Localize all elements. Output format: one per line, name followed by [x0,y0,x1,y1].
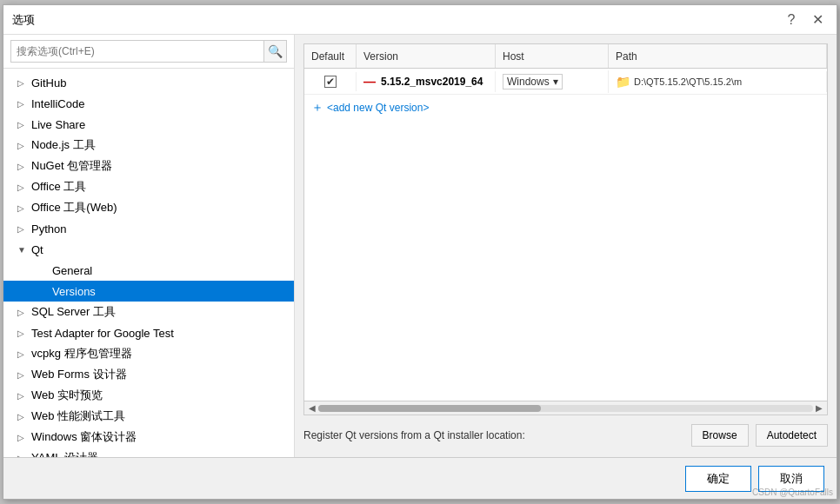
tree-arrow-icon: ▷ [17,412,28,421]
content-area: 🔍 ▷GitHub▷IntelliCode▷Live Share▷Node.js… [3,35,837,457]
tree-item-label: Office 工具 [31,179,86,195]
sidebar-item-nodejs[interactable]: ▷Node.js 工具 [3,135,294,156]
host-value: Windows [507,76,550,88]
options-dialog: 选项 ? ✕ 🔍 ▷GitHub▷IntelliCode▷Live Share▷… [3,4,837,500]
tree-arrow-icon: ▷ [17,328,28,338]
add-icon: ＋ [311,100,323,116]
tree-item-label: Versions [52,285,96,298]
sidebar-item-intellicode[interactable]: ▷IntelliCode [3,93,294,114]
sidebar-item-office[interactable]: ▷Office 工具 [3,176,294,197]
path-cell: 📁 D:\QT5.15.2\QT\5.15.2\m [609,71,827,92]
tree-item-label: Test Adapter for Google Test [31,327,174,340]
tree-item-label: General [52,264,92,277]
tree-item-label: IntelliCode [31,97,84,110]
register-label: Register Qt versions from a Qt installer… [303,429,684,441]
help-button[interactable]: ? [781,10,802,30]
tree-item-label: GitHub [31,76,66,90]
tree-arrow-icon: ▷ [17,349,28,359]
tree-arrow-icon: ▷ [17,370,28,380]
tree-area: ▷GitHub▷IntelliCode▷Live Share▷Node.js 工… [3,69,294,457]
tree-item-label: Web 性能测试工具 [31,408,125,424]
tree-item-label: NuGet 包管理器 [31,158,112,174]
tree-item-label: Web 实时预览 [31,388,103,403]
col-version: Version [357,44,496,68]
sidebar-item-testadapter[interactable]: ▷Test Adapter for Google Test [3,322,294,343]
bottom-bar: 确定 取消 [3,457,837,499]
default-cell[interactable]: ✔ [304,72,357,91]
table-header: Default Version Host Path [304,44,827,69]
search-box: 🔍 [3,35,294,69]
folder-icon: 📁 [616,75,630,89]
ok-button[interactable]: 确定 [685,466,751,492]
dropdown-arrow-icon: ▾ [553,76,558,88]
sidebar-item-vcpkg[interactable]: ▷vcpkg 程序包管理器 [3,343,294,364]
host-dropdown[interactable]: Windows ▾ [503,74,563,90]
sidebar-item-webperformance[interactable]: ▷Web 性能测试工具 [3,406,294,427]
tree-arrow-icon: ▷ [17,224,28,234]
add-version-row[interactable]: ＋ <add new Qt version> [304,95,827,121]
tree-arrow-icon: ▷ [17,99,28,109]
tree-arrow-icon: ▷ [17,182,28,192]
table-row[interactable]: ✔ — 5.15.2_msvc2019_64 Windows ▾ [304,69,827,95]
horizontal-scrollbar[interactable] [318,405,813,412]
sidebar-item-webrealtimepreview[interactable]: ▷Web 实时预览 [3,385,294,406]
tree-arrow-icon: ▷ [17,391,28,401]
sidebar-item-qt-general[interactable]: General [3,260,294,281]
sidebar-item-qt[interactable]: ▼Qt [3,239,294,260]
tree-arrow-icon: ▷ [17,141,28,150]
scroll-left-arrow[interactable]: ◀ [306,403,318,413]
tree-arrow-icon: ▷ [17,203,28,213]
scroll-right-arrow[interactable]: ▶ [813,403,825,413]
sidebar-item-nuget[interactable]: ▷NuGet 包管理器 [3,156,294,176]
autodetect-button[interactable]: Autodetect [756,424,828,447]
tree-arrow-icon: ▼ [17,245,28,255]
path-value: D:\QT5.15.2\QT\5.15.2\m [634,76,742,87]
tree-item-label: Node.js 工具 [31,137,96,153]
scrollbar-thumb [318,405,541,412]
tree-item-label: Web Forms 设计器 [31,367,127,382]
title-bar: 选项 ? ✕ [3,5,837,35]
col-path: Path [609,44,827,68]
left-panel: 🔍 ▷GitHub▷IntelliCode▷Live Share▷Node.js… [3,35,295,457]
tree-item-label: Qt [31,243,43,256]
search-button[interactable]: 🔍 [264,40,287,63]
tree-item-label: vcpkg 程序包管理器 [31,346,132,361]
default-checkbox[interactable]: ✔ [324,76,337,88]
title-controls: ? ✕ [781,10,828,30]
horizontal-scrollbar-area: ◀ ▶ [304,401,827,414]
tree-arrow-icon: ▷ [17,78,28,88]
search-input[interactable] [10,40,264,63]
tree-item-label: Python [31,222,66,235]
sidebar-item-python[interactable]: ▷Python [3,218,294,239]
sidebar-item-liveshare[interactable]: ▷Live Share [3,114,294,135]
browse-button[interactable]: Browse [691,424,749,447]
tree-arrow-icon: ▷ [17,162,28,171]
sidebar-item-webforms[interactable]: ▷Web Forms 设计器 [3,364,294,385]
sidebar-item-windowsdesigner[interactable]: ▷Windows 窗体设计器 [3,427,294,448]
tree-arrow-icon: ▷ [17,120,28,129]
versions-table: Default Version Host Path ✔ — 5.15.2_msv [303,43,828,415]
version-cell: — 5.15.2_msvc2019_64 [357,71,496,92]
close-button[interactable]: ✕ [807,10,828,30]
version-value: 5.15.2_msvc2019_64 [381,76,483,88]
version-dash: — [363,75,376,89]
register-row: Register Qt versions from a Qt installer… [303,422,828,448]
table-body: ✔ — 5.15.2_msvc2019_64 Windows ▾ [304,69,827,401]
add-version-label[interactable]: <add new Qt version> [327,102,429,114]
tree-item-label: SQL Server 工具 [31,304,116,320]
col-host: Host [496,44,609,68]
dialog-title: 选项 [12,12,35,28]
sidebar-item-sqlserver[interactable]: ▷SQL Server 工具 [3,302,294,322]
host-cell[interactable]: Windows ▾ [496,70,609,93]
sidebar-item-qt-versions[interactable]: Versions [3,281,294,302]
tree-arrow-icon: ▷ [17,308,28,317]
sidebar-item-github[interactable]: ▷GitHub [3,72,294,93]
tree-arrow-icon: ▷ [17,433,28,442]
tree-item-label: YAML 设计器 [31,450,98,457]
right-panel: Default Version Host Path ✔ — 5.15.2_msv [295,35,837,457]
sidebar-item-officeweb[interactable]: ▷Office 工具(Web) [3,197,294,218]
tree-item-label: Live Share [31,118,85,131]
tree-item-label: Windows 窗体设计器 [31,429,137,445]
watermark: CSDN @QuartoFalls [752,487,833,497]
sidebar-item-yaml[interactable]: ▷YAML 设计器 [3,448,294,457]
